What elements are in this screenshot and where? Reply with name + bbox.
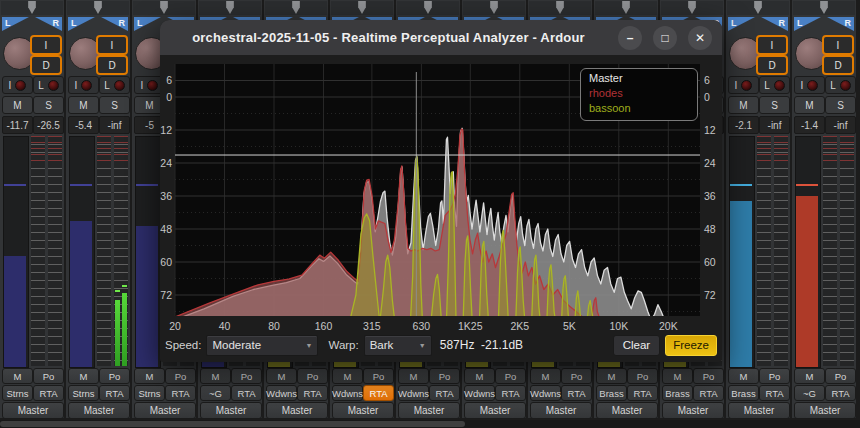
disk-button[interactable]: D [756, 55, 788, 75]
input-button[interactable]: I [30, 35, 62, 55]
gain-fader[interactable] [69, 136, 95, 368]
strip-name-button[interactable]: Strns [68, 385, 99, 401]
polarity-button[interactable]: Po [561, 368, 592, 384]
rta-button[interactable]: RTA [165, 385, 196, 401]
disk-button[interactable]: D [30, 55, 62, 75]
strip-name-button[interactable]: Wdwns [530, 385, 561, 401]
rta-button[interactable]: RTA [759, 385, 790, 401]
speed-dropdown[interactable]: Moderate ▼ [206, 335, 318, 356]
strip-name-button[interactable]: Wdwns [332, 385, 363, 401]
mono-button[interactable]: M [332, 368, 363, 384]
polarity-button[interactable]: Po [33, 368, 64, 384]
polarity-button[interactable]: Po [231, 368, 262, 384]
rta-button[interactable]: RTA [693, 385, 724, 401]
gain-fader[interactable] [795, 136, 821, 368]
mono-button[interactable]: M [2, 368, 33, 384]
strip-name-button[interactable]: Wdwns [464, 385, 495, 401]
listen-led-cell[interactable]: L [825, 76, 856, 94]
solo-button[interactable]: S [33, 96, 64, 114]
strip-name-button[interactable]: Brass [596, 385, 627, 401]
strip-name-button[interactable]: Strns [2, 385, 33, 401]
solo-button[interactable]: S [99, 96, 130, 114]
gain-fader[interactable] [3, 136, 29, 368]
strip-name-button[interactable]: Wdwns [398, 385, 429, 401]
output-route-button[interactable]: Master [794, 402, 856, 419]
rta-button[interactable]: RTA [495, 385, 526, 401]
mono-button[interactable]: M [68, 368, 99, 384]
mute-button[interactable]: M [728, 96, 759, 114]
mono-button[interactable]: M [134, 368, 165, 384]
input-button[interactable]: I [756, 35, 788, 55]
input-led-cell[interactable]: I [2, 76, 33, 94]
strip-name-button[interactable]: Strns [134, 385, 165, 401]
rta-button[interactable]: RTA [627, 385, 658, 401]
strip-name-button[interactable]: Brass [662, 385, 693, 401]
output-route-button[interactable]: Master [332, 402, 394, 419]
listen-led-cell[interactable]: L [99, 76, 130, 94]
rta-button[interactable]: RTA [99, 385, 130, 401]
rta-button[interactable]: RTA [33, 385, 64, 401]
mono-button[interactable]: M [266, 368, 297, 384]
output-route-button[interactable]: Master [728, 402, 790, 419]
rta-button[interactable]: RTA [231, 385, 262, 401]
rta-button[interactable]: RTA [429, 385, 460, 401]
listen-led-cell[interactable]: L [33, 76, 64, 94]
polarity-button[interactable]: Po [825, 368, 856, 384]
mute-button[interactable]: M [794, 96, 825, 114]
gain-fader[interactable] [729, 136, 755, 368]
polarity-button[interactable]: Po [363, 368, 394, 384]
output-route-button[interactable]: Master [200, 402, 262, 419]
output-route-button[interactable]: Master [266, 402, 328, 419]
freeze-button[interactable]: Freeze [665, 335, 717, 356]
disk-button[interactable]: D [822, 55, 854, 75]
output-route-button[interactable]: Master [530, 402, 592, 419]
listen-led-cell[interactable]: L [759, 76, 790, 94]
clear-button[interactable]: Clear [613, 335, 660, 356]
polarity-button[interactable]: Po [495, 368, 526, 384]
solo-button[interactable]: S [825, 96, 856, 114]
strip-name-button[interactable]: Wdwns [266, 385, 297, 401]
input-led-cell[interactable]: I [794, 76, 825, 94]
mono-button[interactable]: M [728, 368, 759, 384]
warp-dropdown[interactable]: Bark ▼ [364, 335, 432, 356]
output-route-button[interactable]: Master [464, 402, 526, 419]
solo-button[interactable]: S [759, 96, 790, 114]
output-route-button[interactable]: Master [2, 402, 64, 419]
mono-button[interactable]: M [530, 368, 561, 384]
polarity-button[interactable]: Po [297, 368, 328, 384]
output-route-button[interactable]: Master [68, 402, 130, 419]
output-route-button[interactable]: Master [662, 402, 724, 419]
disk-button[interactable]: D [96, 55, 128, 75]
strip-name-button[interactable]: ~G [794, 385, 825, 401]
mono-button[interactable]: M [794, 368, 825, 384]
gain-fader[interactable] [135, 136, 161, 368]
mute-button[interactable]: M [68, 96, 99, 114]
rta-button[interactable]: RTA [825, 385, 856, 401]
input-led-cell[interactable]: I [68, 76, 99, 94]
rta-button[interactable]: RTA [297, 385, 328, 401]
mono-button[interactable]: M [596, 368, 627, 384]
mono-button[interactable]: M [200, 368, 231, 384]
polarity-button[interactable]: Po [165, 368, 196, 384]
mono-button[interactable]: M [662, 368, 693, 384]
rta-button[interactable]: RTA [363, 385, 394, 401]
mono-button[interactable]: M [398, 368, 429, 384]
rta-button[interactable]: RTA [561, 385, 592, 401]
scrollbar-thumb[interactable] [0, 421, 465, 427]
polarity-button[interactable]: Po [759, 368, 790, 384]
output-route-button[interactable]: Master [596, 402, 658, 419]
strip-name-button[interactable]: Brass [728, 385, 759, 401]
input-button[interactable]: I [822, 35, 854, 55]
polarity-button[interactable]: Po [429, 368, 460, 384]
strip-name-button[interactable]: ~G [200, 385, 231, 401]
output-route-button[interactable]: Master [134, 402, 196, 419]
polarity-button[interactable]: Po [99, 368, 130, 384]
output-route-button[interactable]: Master [398, 402, 460, 419]
input-button[interactable]: I [96, 35, 128, 55]
mono-button[interactable]: M [464, 368, 495, 384]
mute-button[interactable]: M [2, 96, 33, 114]
polarity-button[interactable]: Po [693, 368, 724, 384]
input-led-cell[interactable]: I [728, 76, 759, 94]
horizontal-scrollbar[interactable] [0, 420, 860, 428]
polarity-button[interactable]: Po [627, 368, 658, 384]
